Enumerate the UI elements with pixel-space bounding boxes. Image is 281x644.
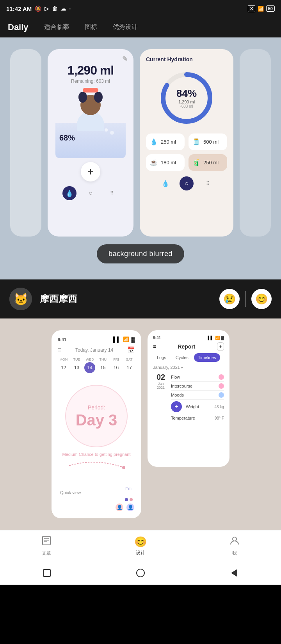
add-entry-button[interactable]: + — [171, 401, 182, 412]
quick-btn-250ml-1[interactable]: 💧 250 ml — [146, 133, 185, 150]
water-amount: 1,290 ml — [68, 63, 114, 78]
period-card-time: 9:41 — [58, 337, 66, 342]
period-date-title: Today, January 14 — [75, 347, 113, 353]
nav-item-design[interactable]: 😊 设计 — [126, 533, 155, 559]
bubbles — [105, 128, 114, 135]
period-card-header: 9:41 ▌▌ 📶 ▓ — [58, 336, 135, 342]
nav-item-me[interactable]: 我 — [221, 532, 248, 560]
pc2-date-num: 02 — [153, 373, 169, 382]
nav-tab-icon[interactable]: 图标 — [85, 23, 97, 31]
nav-dot-grid[interactable]: ⠿ — [105, 186, 119, 200]
period-main-content: Period: Day 3 Medium Chance to getting p… — [58, 377, 135, 481]
cal-day-sat: Sat 17 — [123, 358, 135, 373]
nav-title: Daily — [8, 22, 28, 32]
pc2-title: Report — [178, 343, 195, 350]
entry-temperature: Temperature 98° F — [171, 414, 224, 422]
avatar-head — [80, 95, 101, 115]
detail-nav-circle[interactable]: ○ — [180, 176, 194, 190]
signal-bars: ▌▌ — [113, 336, 120, 342]
circle-ml: 1,290 ml — [176, 100, 197, 104]
happy-reaction-button[interactable]: 😊 — [251, 289, 272, 309]
period-footer: Quick view Edit — [58, 482, 135, 495]
nav-dot-circle[interactable]: ○ — [84, 186, 98, 200]
nav-tab-copy[interactable]: 适合临摹 — [44, 23, 69, 31]
entry-intercourse: Intercourse — [171, 382, 224, 391]
battery-small: ▓ — [132, 336, 135, 342]
quick-btn-250ml-2[interactable]: 🧃 250 ml — [189, 154, 227, 171]
pc2-add-icon[interactable]: + — [217, 342, 224, 351]
android-home-button[interactable] — [135, 568, 146, 578]
hydration-card-main: ✎ 1,290 ml Remaining: 603 ml 68% — [48, 49, 133, 237]
nav-item-article[interactable]: 文章 — [33, 532, 60, 560]
android-recent-button[interactable] — [41, 568, 52, 578]
moods-dot — [219, 392, 224, 398]
circle-sub: -603 ml — [176, 104, 197, 109]
nav-bar: Daily 适合临摹 图标 优秀设计 — [0, 17, 281, 37]
percent-label: 68% — [59, 133, 75, 142]
cal-day-fri: Fri 16 — [110, 358, 122, 373]
home-icon — [136, 569, 145, 577]
calendar-icon[interactable]: 📅 — [127, 346, 135, 354]
period-day: Day 3 — [76, 412, 117, 428]
flow-dot — [219, 374, 224, 380]
cloud-icon: ☁ — [60, 5, 66, 12]
add-water-button[interactable]: + — [81, 162, 100, 181]
quick-btn-500ml[interactable]: 🫙 500 ml — [189, 133, 227, 150]
nav-dot-water[interactable]: 💧 — [62, 186, 76, 200]
sad-reaction-button[interactable]: 😢 — [219, 289, 240, 309]
battery-icon: 50 — [266, 5, 275, 12]
dot-icon: · — [69, 5, 71, 12]
entry-flow-label: Flow — [171, 375, 180, 379]
period-card-icons: ▌▌ 📶 ▓ — [113, 336, 135, 342]
pc2-menu-icon[interactable]: ≡ — [153, 343, 156, 350]
cal-day-mon: Mon 12 — [58, 358, 69, 373]
nav-tab-design[interactable]: 优秀设计 — [113, 23, 138, 31]
detail-nav-drop[interactable]: 💧 — [158, 176, 173, 190]
bottle-icon: 🫙 — [192, 138, 200, 146]
blur-badge: background blurred — [97, 244, 184, 263]
detail-nav-grid[interactable]: ⠿ — [201, 176, 215, 190]
nav-label-article: 文章 — [42, 550, 51, 557]
edit-icon[interactable]: ✎ — [122, 55, 128, 63]
menu-icon[interactable]: ≡ — [58, 347, 61, 354]
wifi-icon: 📶 — [258, 6, 264, 12]
pc2-status: ▌▌ 📶 ▓ — [208, 336, 224, 340]
x-icon: ✕ — [248, 5, 255, 12]
pc2-date-row: 02 Jan 2021 Flow Intercourse — [153, 373, 224, 422]
quick-btn-label-3: 180 ml — [161, 160, 176, 165]
svg-point-0 — [122, 466, 125, 469]
period-oval: Period: Day 3 — [65, 385, 128, 447]
tab-logs[interactable]: Logs — [153, 353, 170, 362]
bottom-nav: 文章 😊 设计 我 — [0, 530, 281, 561]
pc2-tabs: Logs Cycles Timelines — [153, 353, 224, 362]
avatar-glasses — [83, 88, 98, 93]
quick-btn-180ml[interactable]: ☕ 180 ml — [146, 154, 185, 171]
time: 11:42 AM — [6, 5, 32, 12]
battery-pc2: ▓ — [221, 336, 224, 340]
pc2-date-block: 02 Jan 2021 — [153, 373, 169, 390]
hydration-card-detail: Current Hydration 84% 1,290 ml -603 ml 💧… — [140, 49, 233, 237]
circular-progress: 84% 1,290 ml -603 ml — [157, 69, 216, 127]
back-icon — [231, 569, 237, 577]
card-partial-right — [240, 49, 271, 237]
user-avatar: 🐱 — [9, 288, 32, 310]
edit-label[interactable]: Edit — [125, 486, 133, 491]
temperature-val: 98° F — [215, 416, 224, 420]
bottom-avatars: 👤 👤 — [58, 503, 135, 512]
cards-row: ✎ 1,290 ml Remaining: 603 ml 68% — [8, 49, 273, 237]
tab-timelines[interactable]: Timelines — [194, 353, 220, 362]
dot-indicator — [130, 498, 133, 501]
juice-icon: 🧃 — [192, 159, 200, 166]
android-nav — [0, 561, 281, 585]
coffee-icon: ☕ — [150, 159, 158, 166]
android-back-button[interactable] — [229, 568, 240, 578]
pc2-month: January, 2021 ▾ — [153, 365, 224, 370]
entry-flow-val — [219, 374, 224, 380]
signal-icon: 🔕 — [35, 5, 41, 12]
pc2-date-yr: 2021 — [153, 386, 169, 390]
tab-cycles[interactable]: Cycles — [172, 353, 192, 362]
quick-add-grid: 💧 250 ml 🫙 500 ml ☕ 180 ml 🧃 250 ml — [146, 133, 227, 171]
quick-btn-label-1: 250 ml — [161, 139, 176, 145]
dot-indicator — [125, 498, 128, 501]
entry-moods-label: Moods — [171, 393, 184, 397]
